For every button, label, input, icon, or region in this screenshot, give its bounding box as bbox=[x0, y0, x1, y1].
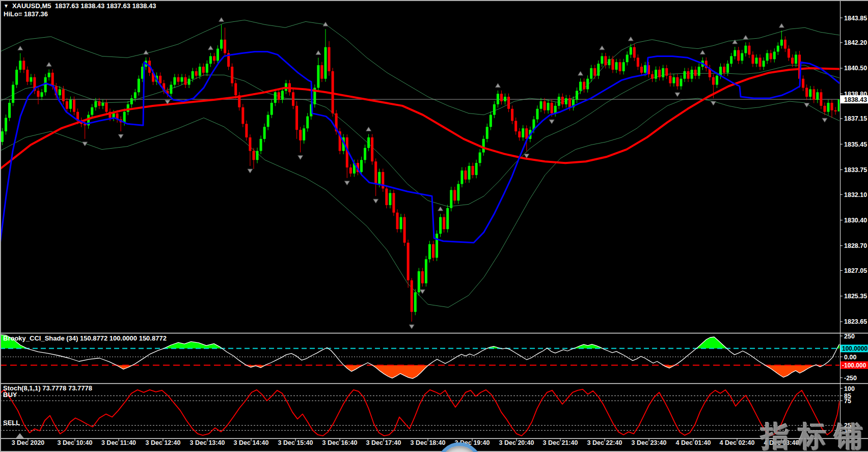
svg-text:1828.70: 1828.70 bbox=[844, 242, 867, 249]
svg-text:4 Dec 01:40: 4 Dec 01:40 bbox=[676, 439, 711, 446]
svg-text:3 Dec 13:40: 3 Dec 13:40 bbox=[190, 439, 225, 446]
svg-text:3 Dec 20:40: 3 Dec 20:40 bbox=[499, 439, 534, 446]
symbol-ohlc-label: XAUUSD,M5 1837.63 1838.43 1837.63 1838.4… bbox=[12, 2, 156, 10]
buy-label: BUY bbox=[3, 391, 17, 399]
svg-text:1842.20: 1842.20 bbox=[844, 39, 867, 46]
svg-text:3 Dec 2020: 3 Dec 2020 bbox=[12, 439, 45, 446]
svg-text:-100.000: -100.000 bbox=[842, 362, 866, 369]
svg-text:75: 75 bbox=[844, 398, 851, 405]
svg-text:1832.10: 1832.10 bbox=[844, 191, 867, 199]
svg-text:0.00: 0.00 bbox=[844, 354, 856, 361]
svg-text:1825.35: 1825.35 bbox=[844, 293, 867, 300]
svg-text:100.0000: 100.0000 bbox=[842, 345, 867, 352]
svg-text:4 Dec 02:40: 4 Dec 02:40 bbox=[720, 439, 755, 446]
cci-indicator-label: Brooky_CCI_Shade (34) 150.8772 100.0000 … bbox=[3, 334, 167, 342]
chart-header: ▼ XAUUSD,M5 1837.63 1838.43 1837.63 1838… bbox=[4, 2, 156, 10]
sell-label: SELL bbox=[3, 419, 20, 427]
svg-text:250: 250 bbox=[844, 333, 855, 340]
svg-text:3 Dec 10:40: 3 Dec 10:40 bbox=[58, 439, 93, 446]
svg-text:3 Dec 12:40: 3 Dec 12:40 bbox=[146, 439, 181, 446]
svg-text:1827.05: 1827.05 bbox=[844, 267, 867, 274]
watermark-text: 指标铺 bbox=[761, 417, 868, 452]
svg-text:100: 100 bbox=[844, 385, 855, 392]
svg-text:-250: -250 bbox=[844, 375, 857, 382]
svg-text:1833.75: 1833.75 bbox=[844, 166, 867, 174]
svg-text:3 Dec 23:40: 3 Dec 23:40 bbox=[632, 439, 667, 446]
svg-text:3 Dec 22:40: 3 Dec 22:40 bbox=[587, 439, 622, 446]
svg-text:1823.65: 1823.65 bbox=[844, 318, 867, 325]
svg-text:1840.50: 1840.50 bbox=[844, 65, 867, 72]
svg-text:1838.43: 1838.43 bbox=[844, 96, 867, 103]
hilo-indicator-label: HiLo= 1837.36 bbox=[4, 10, 48, 18]
svg-text:3 Dec 14:40: 3 Dec 14:40 bbox=[234, 439, 269, 446]
svg-text:3 Dec 16:40: 3 Dec 16:40 bbox=[322, 439, 358, 446]
svg-text:1843.85: 1843.85 bbox=[844, 15, 867, 22]
svg-text:3 Dec 17:40: 3 Dec 17:40 bbox=[366, 439, 401, 446]
mt4-chart-window: 1843.851842.201840.501838.801837.151835.… bbox=[0, 0, 868, 452]
svg-text:1835.45: 1835.45 bbox=[844, 141, 867, 148]
svg-text:3 Dec 11:40: 3 Dec 11:40 bbox=[101, 439, 136, 446]
svg-text:1837.15: 1837.15 bbox=[844, 115, 867, 122]
svg-text:3 Dec 21:40: 3 Dec 21:40 bbox=[543, 439, 578, 446]
svg-text:3 Dec 15:40: 3 Dec 15:40 bbox=[278, 439, 313, 446]
svg-text:3 Dec 18:40: 3 Dec 18:40 bbox=[411, 439, 446, 446]
svg-text:1830.40: 1830.40 bbox=[844, 217, 867, 224]
chart-canvas[interactable]: 1843.851842.201840.501838.801837.151835.… bbox=[0, 0, 868, 452]
chart-shift-marker-icon bbox=[16, 433, 24, 438]
symbol-dropdown-icon[interactable]: ▼ bbox=[4, 4, 9, 9]
